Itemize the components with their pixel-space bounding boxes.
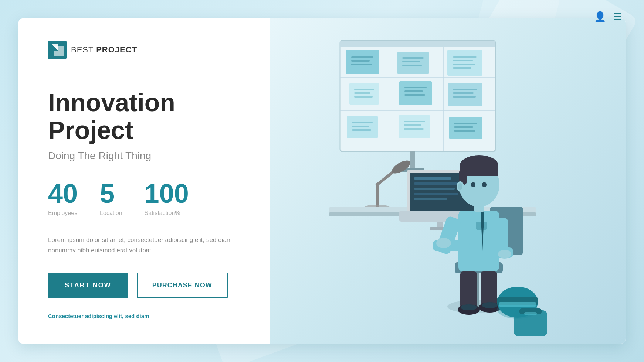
purchase-now-button[interactable]: PURCHASE NOW bbox=[137, 273, 228, 298]
svg-rect-14 bbox=[397, 52, 429, 74]
stat-satisfaction: 100 Satisfaction% bbox=[145, 180, 189, 216]
svg-rect-18 bbox=[447, 50, 482, 76]
svg-rect-19 bbox=[453, 56, 477, 58]
svg-rect-45 bbox=[454, 126, 473, 128]
svg-rect-24 bbox=[354, 89, 374, 90]
svg-rect-30 bbox=[404, 94, 425, 96]
svg-rect-29 bbox=[404, 90, 423, 92]
svg-point-77 bbox=[482, 302, 498, 308]
svg-rect-60 bbox=[414, 193, 458, 195]
logo-icon bbox=[48, 41, 67, 59]
page-wrapper: 👤 ☰ BEST PROJECT bbox=[0, 0, 644, 362]
start-now-button[interactable]: START NOW bbox=[48, 273, 128, 298]
svg-rect-31 bbox=[448, 83, 482, 106]
navbar: BEST PROJECT bbox=[48, 41, 240, 59]
svg-rect-47 bbox=[410, 151, 415, 170]
logo-text: BEST PROJECT bbox=[71, 45, 137, 55]
description-text: Lorem ipsum dolor sit amet, consectetuer… bbox=[48, 235, 233, 256]
svg-rect-28 bbox=[404, 87, 427, 88]
hero-subtitle: Doing The Right Thing bbox=[48, 150, 240, 162]
svg-rect-83 bbox=[494, 218, 508, 251]
svg-rect-15 bbox=[402, 57, 424, 59]
svg-point-92 bbox=[471, 182, 475, 187]
stat-label-employees: Employees bbox=[48, 210, 77, 216]
stat-label-location: Location bbox=[100, 210, 122, 216]
svg-rect-26 bbox=[354, 96, 373, 98]
svg-rect-41 bbox=[404, 124, 421, 126]
svg-rect-72 bbox=[460, 272, 477, 308]
svg-point-76 bbox=[461, 304, 477, 310]
footer-note-link[interactable]: sed diam bbox=[125, 313, 149, 319]
svg-rect-58 bbox=[414, 182, 462, 185]
svg-rect-38 bbox=[352, 129, 371, 131]
stat-employees: 40 Employees bbox=[48, 180, 78, 216]
svg-rect-16 bbox=[402, 61, 420, 62]
scene-illustration bbox=[292, 30, 551, 340]
svg-rect-21 bbox=[453, 64, 475, 65]
top-nav-icons: 👤 ☰ bbox=[594, 11, 622, 23]
footer-note: Consectetuer adipiscing elit, sed diam bbox=[48, 313, 240, 319]
svg-rect-13 bbox=[351, 64, 372, 65]
stats-row: 40 Employees 5 Location 100 Satisfaction… bbox=[48, 180, 240, 216]
svg-rect-46 bbox=[454, 130, 475, 132]
stat-number-employees: 40 bbox=[48, 180, 78, 207]
svg-rect-39 bbox=[399, 115, 430, 138]
profile-icon[interactable]: 👤 bbox=[594, 11, 606, 23]
svg-rect-10 bbox=[346, 50, 379, 74]
svg-rect-34 bbox=[453, 96, 476, 98]
stat-label-satisfaction: Satisfaction% bbox=[145, 210, 180, 216]
svg-rect-27 bbox=[399, 81, 432, 105]
svg-rect-40 bbox=[404, 121, 425, 122]
svg-rect-37 bbox=[352, 126, 369, 127]
svg-rect-36 bbox=[352, 122, 373, 123]
svg-point-85 bbox=[436, 238, 451, 248]
svg-rect-73 bbox=[481, 272, 497, 307]
stat-number-satisfaction: 100 bbox=[145, 180, 189, 207]
svg-point-95 bbox=[458, 183, 462, 190]
stat-location: 5 Location bbox=[100, 180, 122, 216]
svg-rect-102 bbox=[524, 312, 537, 315]
svg-rect-12 bbox=[351, 60, 370, 62]
svg-rect-22 bbox=[453, 67, 471, 69]
svg-point-86 bbox=[498, 250, 511, 259]
svg-rect-59 bbox=[414, 188, 455, 190]
main-card: BEST PROJECT Innovation Project Doing Th… bbox=[18, 18, 626, 344]
svg-rect-57 bbox=[414, 177, 451, 180]
right-panel bbox=[270, 18, 626, 344]
svg-rect-5 bbox=[340, 41, 495, 47]
svg-rect-44 bbox=[454, 123, 477, 124]
buttons-row: START NOW PURCHASE NOW bbox=[48, 273, 240, 298]
svg-rect-32 bbox=[453, 89, 477, 90]
svg-rect-25 bbox=[354, 92, 370, 94]
svg-rect-99 bbox=[499, 302, 536, 307]
svg-rect-20 bbox=[453, 60, 473, 61]
hero-title: Innovation Project bbox=[48, 89, 240, 144]
illustration-container bbox=[270, 18, 626, 344]
menu-icon[interactable]: ☰ bbox=[613, 11, 622, 23]
left-panel: BEST PROJECT Innovation Project Doing Th… bbox=[18, 18, 270, 344]
svg-rect-17 bbox=[402, 65, 422, 66]
svg-rect-42 bbox=[404, 128, 424, 130]
svg-rect-11 bbox=[351, 56, 373, 58]
svg-rect-61 bbox=[414, 198, 447, 200]
svg-rect-33 bbox=[453, 92, 474, 94]
svg-point-93 bbox=[482, 182, 487, 187]
logo: BEST PROJECT bbox=[48, 41, 137, 59]
stat-number-location: 5 bbox=[100, 180, 115, 207]
